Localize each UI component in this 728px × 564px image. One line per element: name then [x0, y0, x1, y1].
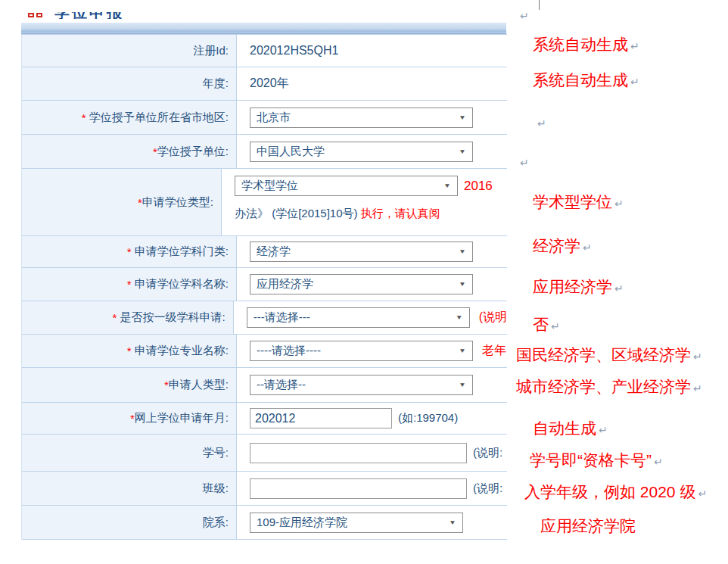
annotation-line: 国民经济学、区域经济学↵: [516, 345, 702, 366]
degree-type-note-line2: 办法》 (学位[2015]10号) 执行，请认真阅: [235, 207, 507, 221]
paragraph-mark-icon: ↵: [551, 320, 560, 332]
province-select[interactable]: 北京市 ▼: [250, 108, 473, 128]
note-red-part: 执行，请认真阅: [361, 207, 440, 220]
annotation-line: 应用经济学↵: [533, 277, 624, 298]
dropdown-arrow-icon: ▼: [459, 248, 466, 255]
annotation-line: 应用经济学院: [540, 516, 636, 536]
field-label-province: 学位授予单位所在省市地区:: [89, 111, 229, 125]
paragraph-mark-icon: ↵: [630, 40, 639, 52]
field-label-applicant-type: 申请人类型:: [169, 378, 229, 392]
table-row: * 申请学位专业名称: ----请选择---- ▼ 老年: [22, 335, 507, 368]
field-label-discipline-name: 申请学位学科名称:: [135, 277, 229, 291]
field-label-student-id: 学号:: [203, 446, 229, 460]
table-row: 院系: 109-应用经济学院 ▼: [22, 506, 507, 540]
field-label-registration-id: 注册Id:: [193, 44, 229, 58]
specialty-name-select[interactable]: ----请选择---- ▼: [250, 341, 473, 361]
section-header-bar: [21, 23, 506, 34]
first-level-discipline-select[interactable]: ---请选择--- ▼: [247, 307, 470, 328]
field-label-class: 班级:: [203, 481, 229, 496]
annotation-line: ↵: [518, 5, 529, 26]
page-title: 学位申报: [54, 12, 176, 19]
dropdown-arrow-icon: ▼: [459, 347, 466, 354]
dropdown-arrow-icon: ▼: [459, 114, 466, 120]
selected-value: 中国人民大学: [257, 145, 325, 159]
field-label-year: 年度:: [203, 76, 229, 91]
table-row: *申请人类型: --请选择-- ▼: [22, 368, 507, 403]
field-note-red: 老年: [482, 343, 506, 359]
table-row: 注册Id: 202012HS5QH1: [22, 35, 507, 67]
annotation-line: 自动生成↵: [533, 419, 608, 440]
dropdown-arrow-icon: ▼: [459, 382, 466, 388]
field-label-awarding-unit: 学位授予单位:: [157, 145, 229, 159]
paragraph-mark-icon: ↵: [654, 456, 663, 468]
field-label-first-level-discipline: 是否按一级学科申请:: [120, 310, 226, 325]
field-label-degree-type: 申请学位类型:: [142, 195, 213, 210]
student-id-input[interactable]: [250, 443, 467, 463]
field-label-discipline-category: 申请学位学科门类:: [135, 245, 229, 259]
dropdown-arrow-icon: ▼: [456, 314, 463, 321]
paragraph-mark-icon: ↵: [583, 241, 592, 254]
table-row: 年度: 2020年: [22, 67, 507, 101]
selected-value: 经济学: [257, 245, 291, 259]
paragraph-mark-icon: ↵: [693, 382, 702, 394]
field-note-red: (说明: [479, 310, 507, 326]
degree-type-note-red: 2016: [464, 179, 493, 194]
annotation-line: 学号即“资格卡号”↵: [530, 450, 663, 472]
class-input[interactable]: [250, 478, 467, 499]
selected-value: --请选择--: [257, 378, 306, 392]
discipline-category-select[interactable]: 经济学 ▼: [250, 241, 473, 262]
apply-yearmonth-input[interactable]: [250, 408, 392, 428]
dropdown-arrow-icon: ▼: [443, 182, 451, 189]
required-asterisk: *: [127, 278, 135, 291]
clipped-section-icon: [36, 13, 42, 17]
paragraph-mark-icon: ↵: [599, 424, 608, 436]
department-select[interactable]: 109-应用经济学院 ▼: [250, 513, 463, 533]
applicant-type-select[interactable]: --请选择-- ▼: [250, 375, 473, 395]
awarding-unit-select[interactable]: 中国人民大学 ▼: [250, 142, 473, 162]
paragraph-mark-icon: ↵: [614, 198, 624, 210]
table-row: * 申请学位学科门类: 经济学 ▼: [22, 236, 507, 268]
required-asterisk: *: [127, 344, 135, 357]
discipline-name-select[interactable]: 应用经济学 ▼: [250, 274, 473, 294]
annotation-line: 学术型学位↵: [533, 192, 624, 213]
dropdown-arrow-icon: ▼: [449, 519, 456, 525]
annotation-line: 入学年级，例如 2020 级↵: [524, 482, 707, 503]
degree-type-select[interactable]: 学术型学位 ▼: [235, 176, 458, 196]
table-row: * 申请学位学科名称: 应用经济学 ▼: [22, 268, 507, 301]
paragraph-mark-icon: ↵: [520, 10, 529, 22]
selected-value: 学术型学位: [241, 179, 298, 193]
selected-value: ---请选择---: [254, 310, 310, 325]
dropdown-arrow-icon: ▼: [459, 281, 466, 288]
paragraph-mark-icon: ↵: [614, 282, 624, 294]
table-row: *学位授予单位: 中国人民大学 ▼: [22, 135, 507, 169]
note-navy-part: 办法》 (学位[2015]10号): [235, 207, 361, 220]
annotation-line: 系统自动生成↵: [533, 70, 639, 92]
paragraph-mark-icon: ↵: [630, 76, 639, 88]
annotation-line: 经济学↵: [533, 236, 592, 257]
required-asterisk: *: [127, 245, 135, 258]
field-note: (说明:: [473, 446, 502, 460]
registration-id-value: 202012HS5QH1: [250, 44, 338, 58]
table-row: *申请学位类型: 学术型学位 ▼ 2016 办法》 (学位[2015]10号) …: [22, 169, 507, 236]
selected-value: 北京市: [257, 111, 291, 125]
annotation-line: 否↵: [533, 315, 560, 336]
paragraph-mark-icon: ↵: [698, 488, 707, 500]
format-hint: (如:199704): [398, 411, 458, 425]
selected-value: 109-应用经济学院: [257, 516, 347, 530]
year-value: 2020年: [250, 76, 289, 92]
dropdown-arrow-icon: ▼: [459, 148, 466, 154]
degree-application-form: 注册Id: 202012HS5QH1 年度: 2020年 * 学位授予单位所在省…: [21, 34, 507, 540]
table-row: * 是否按一级学科申请: ---请选择--- ▼ (说明: [22, 301, 507, 335]
field-label-department: 院系:: [203, 516, 229, 530]
paragraph-mark-icon: ↵: [537, 117, 546, 129]
annotation-line: ↵: [518, 151, 529, 173]
table-row: 班级: (说明:: [22, 472, 507, 506]
field-label-specialty-name: 申请学位专业名称:: [135, 344, 229, 358]
paragraph-mark-icon: ↵: [520, 157, 529, 169]
field-note: (说明:: [473, 481, 502, 496]
selected-value: 应用经济学: [257, 277, 313, 291]
clipped-page-title: 学位申报: [54, 12, 176, 19]
annotation-line: 系统自动生成↵: [533, 35, 639, 56]
annotation-line: 城市经济学、产业经济学↵: [516, 377, 702, 398]
table-row: *网上学位申请年月: (如:199704): [22, 403, 507, 435]
